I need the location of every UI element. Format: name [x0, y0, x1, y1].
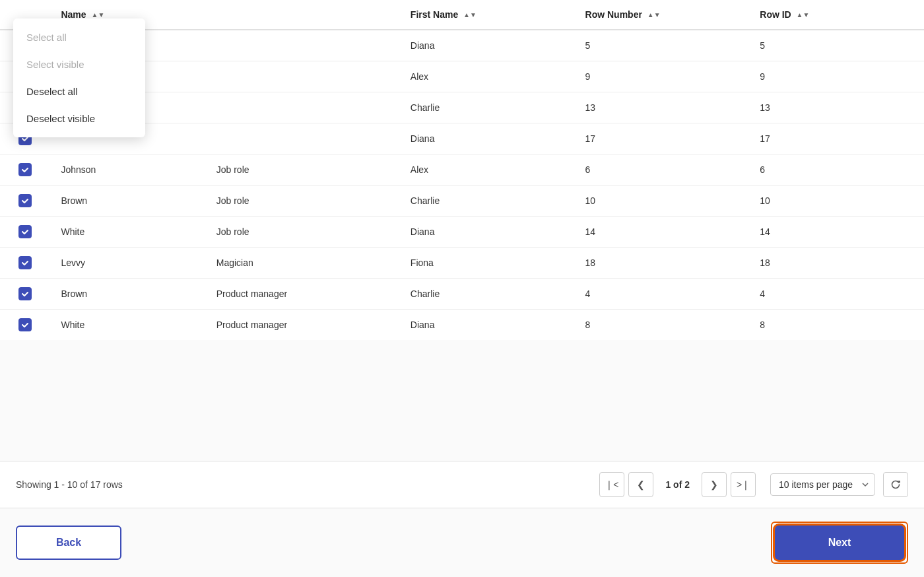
row-checkbox-cell — [0, 279, 50, 310]
row-role: Job role — [206, 154, 400, 186]
sort-icon-row-id: ▲▼ — [797, 12, 810, 18]
row-name: White — [50, 310, 205, 341]
sort-icon-first-name: ▲▼ — [463, 12, 477, 18]
action-bar: Back Next — [0, 508, 924, 577]
row-first-name: Charlie — [400, 186, 575, 217]
row-checkbox[interactable] — [18, 318, 32, 331]
dropdown-select-visible[interactable]: Select visible — [13, 51, 145, 78]
row-checkbox-cell — [0, 186, 50, 217]
first-page-button[interactable]: ❘< — [599, 472, 624, 497]
table-row: BrownProduct managerCharlie44 — [0, 279, 924, 310]
row-row-id: 10 — [749, 186, 924, 217]
row-row-number: 4 — [575, 279, 750, 310]
row-checkbox-cell — [0, 248, 50, 279]
row-row-id: 8 — [749, 310, 924, 341]
row-checkbox-cell — [0, 154, 50, 186]
row-role: Product manager — [206, 279, 400, 310]
row-row-number: 13 — [575, 92, 750, 123]
row-row-number: 17 — [575, 123, 750, 154]
last-page-button[interactable]: >❘ — [731, 472, 756, 497]
prev-page-button[interactable]: ❮ — [628, 472, 653, 497]
row-row-number: 14 — [575, 217, 750, 248]
row-checkbox[interactable] — [18, 287, 32, 300]
row-first-name: Diana — [400, 123, 575, 154]
next-button-wrapper: Next — [771, 522, 908, 564]
dropdown-deselect-visible[interactable]: Deselect visible — [13, 105, 145, 132]
row-role — [206, 30, 400, 61]
pagination-controls: ❘< ❮ 1 of 2 ❯ >❘ 5 items per page 10 ite… — [599, 472, 908, 497]
dropdown-select-all[interactable]: Select all — [13, 24, 145, 51]
row-first-name: Fiona — [400, 248, 575, 279]
page-info: 1 of 2 — [657, 479, 698, 490]
row-row-id: 9 — [749, 61, 924, 92]
row-first-name: Alex — [400, 154, 575, 186]
row-row-number: 8 — [575, 310, 750, 341]
row-row-id: 4 — [749, 279, 924, 310]
row-first-name: Diana — [400, 30, 575, 61]
row-row-number: 5 — [575, 30, 750, 61]
row-role: Job role — [206, 217, 400, 248]
showing-text: Showing 1 - 10 of 17 rows — [16, 479, 599, 490]
row-first-name: Charlie — [400, 92, 575, 123]
row-name: Johnson — [50, 154, 205, 186]
dropdown-deselect-all[interactable]: Deselect all — [13, 78, 145, 105]
row-first-name: Alex — [400, 61, 575, 92]
row-role: Magician — [206, 248, 400, 279]
row-row-number: 10 — [575, 186, 750, 217]
row-first-name: Diana — [400, 310, 575, 341]
table-row: BrownJob roleCharlie1010 — [0, 186, 924, 217]
row-row-id: 13 — [749, 92, 924, 123]
row-role — [206, 61, 400, 92]
row-row-id: 5 — [749, 30, 924, 61]
row-checkbox[interactable] — [18, 256, 32, 269]
sort-icon-name: ▲▼ — [92, 12, 105, 18]
sort-icon-row-number: ▲▼ — [647, 12, 661, 18]
table-wrapper: Select all Select visible Deselect all D… — [0, 0, 924, 461]
row-row-id: 17 — [749, 123, 924, 154]
table-row: WhiteJob roleDiana1414 — [0, 217, 924, 248]
col-header-row-id[interactable]: Row ID ▲▼ — [749, 0, 924, 30]
row-name: Levvy — [50, 248, 205, 279]
next-button[interactable]: Next — [775, 526, 904, 560]
row-role — [206, 123, 400, 154]
row-row-id: 18 — [749, 248, 924, 279]
row-name: Brown — [50, 186, 205, 217]
row-row-number: 9 — [575, 61, 750, 92]
col-header-row-number[interactable]: Row Number ▲▼ — [575, 0, 750, 30]
col-header-first-name[interactable]: First Name ▲▼ — [400, 0, 575, 30]
row-role — [206, 92, 400, 123]
row-checkbox[interactable] — [18, 163, 32, 176]
table-row: LevvyMagicianFiona1818 — [0, 248, 924, 279]
per-page-select[interactable]: 5 items per page 10 items per page 20 it… — [770, 473, 875, 496]
back-button[interactable]: Back — [16, 526, 121, 560]
main-container: Select all Select visible Deselect all D… — [0, 0, 924, 577]
row-checkbox[interactable] — [18, 225, 32, 238]
col-header-role — [206, 0, 400, 30]
next-page-button[interactable]: ❯ — [702, 472, 727, 497]
row-checkbox-cell — [0, 217, 50, 248]
row-first-name: Diana — [400, 217, 575, 248]
dropdown-menu: Select all Select visible Deselect all D… — [13, 18, 145, 137]
row-checkbox[interactable] — [18, 194, 32, 207]
table-row: JohnsonJob roleAlex66 — [0, 154, 924, 186]
row-role: Job role — [206, 186, 400, 217]
row-name: Brown — [50, 279, 205, 310]
row-row-id: 6 — [749, 154, 924, 186]
row-checkbox-cell — [0, 310, 50, 341]
refresh-button[interactable] — [883, 472, 908, 497]
row-row-number: 18 — [575, 248, 750, 279]
row-name: White — [50, 217, 205, 248]
pagination-footer: Showing 1 - 10 of 17 rows ❘< ❮ 1 of 2 ❯ … — [0, 461, 924, 508]
row-first-name: Charlie — [400, 279, 575, 310]
row-row-number: 6 — [575, 154, 750, 186]
row-role: Product manager — [206, 310, 400, 341]
row-row-id: 14 — [749, 217, 924, 248]
table-row: WhiteProduct managerDiana88 — [0, 310, 924, 341]
